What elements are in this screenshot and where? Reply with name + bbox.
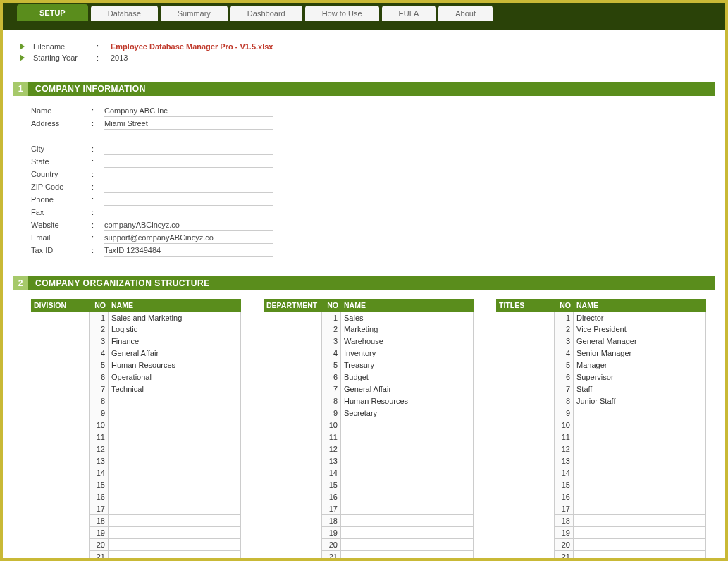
cell-name[interactable]: Sales and Marketing xyxy=(109,312,241,323)
tab-setup[interactable]: SETUP xyxy=(17,4,88,21)
cell-no: 16 xyxy=(554,491,574,503)
cell-name[interactable] xyxy=(574,527,706,539)
tab-eula[interactable]: EULA xyxy=(382,6,436,21)
cell-name[interactable] xyxy=(574,503,706,515)
cell-name[interactable] xyxy=(341,419,474,431)
cell-name[interactable] xyxy=(341,443,474,455)
cell-name[interactable]: Human Resources xyxy=(341,395,474,407)
cell-name[interactable]: Logistic xyxy=(109,323,241,335)
cell-name[interactable] xyxy=(574,455,706,467)
cell-no: 17 xyxy=(89,503,109,515)
cell-name[interactable] xyxy=(574,539,706,551)
info-value[interactable] xyxy=(104,130,273,142)
cell-name[interactable]: General Affair xyxy=(109,347,241,359)
cell-name[interactable] xyxy=(574,491,706,503)
info-value[interactable] xyxy=(104,143,273,155)
cell-name[interactable]: Marketing xyxy=(341,323,474,335)
cell-name[interactable] xyxy=(109,443,241,455)
info-value[interactable] xyxy=(104,194,273,206)
cell-name[interactable] xyxy=(341,455,474,467)
info-value[interactable]: support@companyABCincyz.co xyxy=(104,232,273,244)
cell-name[interactable] xyxy=(574,467,706,479)
cell-title xyxy=(496,431,554,443)
table-row: 20 xyxy=(31,539,241,551)
cell-name[interactable] xyxy=(574,551,706,561)
info-value[interactable] xyxy=(104,168,273,180)
cell-name[interactable] xyxy=(341,479,474,491)
cell-name[interactable]: Treasury xyxy=(341,359,474,371)
cell-name[interactable]: Operational xyxy=(109,371,241,383)
cell-name[interactable]: General Manager xyxy=(574,335,706,347)
cell-name[interactable] xyxy=(109,395,241,407)
cell-name[interactable] xyxy=(109,503,241,515)
cell-name[interactable] xyxy=(341,551,474,561)
cell-name[interactable] xyxy=(574,407,706,419)
cell-name[interactable] xyxy=(341,467,474,479)
cell-name[interactable]: Budget xyxy=(341,371,474,383)
cell-no: 1 xyxy=(89,312,109,323)
info-value[interactable]: Company ABC Inc xyxy=(104,105,273,117)
cell-name[interactable] xyxy=(341,503,474,515)
cell-name[interactable]: Vice President xyxy=(574,323,706,335)
cell-name[interactable]: Sales xyxy=(341,312,474,323)
cell-name[interactable] xyxy=(109,407,241,419)
info-value[interactable]: companyABCincyz.co xyxy=(104,219,273,231)
info-row: Country: xyxy=(31,168,715,180)
info-value[interactable] xyxy=(104,156,273,168)
cell-name[interactable]: Warehouse xyxy=(341,335,474,347)
cell-name[interactable] xyxy=(109,431,241,443)
table-row: 3General Manager xyxy=(496,335,706,347)
cell-name[interactable] xyxy=(574,419,706,431)
cell-name[interactable]: Secretary xyxy=(341,407,474,419)
col-header-title: DIVISION xyxy=(31,299,89,312)
cell-name[interactable]: Staff xyxy=(574,383,706,395)
cell-name[interactable] xyxy=(109,479,241,491)
cell-name[interactable] xyxy=(341,515,474,527)
year-value[interactable]: 2013 xyxy=(111,54,128,62)
cell-name[interactable] xyxy=(109,539,241,551)
cell-name[interactable]: General Affair xyxy=(341,383,474,395)
tab-database[interactable]: Database xyxy=(91,6,158,21)
tab-howtouse[interactable]: How to Use xyxy=(305,6,379,21)
cell-title xyxy=(264,383,321,395)
tab-about[interactable]: About xyxy=(438,6,493,21)
cell-name[interactable] xyxy=(109,491,241,503)
cell-name[interactable] xyxy=(341,491,474,503)
cell-name[interactable] xyxy=(341,527,474,539)
table-row: 5Treasury xyxy=(264,359,474,371)
table-row: 14 xyxy=(31,467,241,479)
cell-name[interactable]: Technical xyxy=(109,383,241,395)
cell-name[interactable]: Human Resources xyxy=(109,359,241,371)
cell-name[interactable] xyxy=(341,539,474,551)
info-value[interactable]: Miami Street xyxy=(104,118,273,130)
tab-dashboard[interactable]: Dashboard xyxy=(230,6,302,21)
info-value[interactable] xyxy=(104,206,273,218)
cell-name[interactable]: Director xyxy=(574,312,706,323)
cell-name[interactable]: Junior Staff xyxy=(574,395,706,407)
info-value[interactable] xyxy=(104,181,273,193)
cell-name[interactable] xyxy=(574,443,706,455)
cell-name[interactable]: Senior Manager xyxy=(574,347,706,359)
cell-title xyxy=(264,467,321,479)
cell-name[interactable] xyxy=(109,467,241,479)
cell-name[interactable] xyxy=(109,419,241,431)
cell-name[interactable] xyxy=(109,515,241,527)
cell-no: 12 xyxy=(89,443,109,455)
info-value[interactable]: TaxID 12349484 xyxy=(104,245,273,257)
cell-name[interactable] xyxy=(574,515,706,527)
info-row: ZIP Code: xyxy=(31,180,715,193)
cell-name[interactable]: Supervisor xyxy=(574,371,706,383)
cell-name[interactable] xyxy=(109,527,241,539)
section-1-header: 1 COMPANY INFORMATION xyxy=(13,82,715,96)
cell-name[interactable]: Manager xyxy=(574,359,706,371)
cell-name[interactable] xyxy=(109,455,241,467)
cell-title xyxy=(264,347,321,359)
cell-name[interactable]: Finance xyxy=(109,335,241,347)
cell-name[interactable]: Inventory xyxy=(341,347,474,359)
cell-name[interactable] xyxy=(574,479,706,491)
cell-name[interactable] xyxy=(109,551,241,561)
cell-no: 21 xyxy=(554,551,574,561)
cell-name[interactable] xyxy=(341,431,474,443)
cell-name[interactable] xyxy=(574,431,706,443)
tab-summary[interactable]: Summary xyxy=(161,6,228,21)
